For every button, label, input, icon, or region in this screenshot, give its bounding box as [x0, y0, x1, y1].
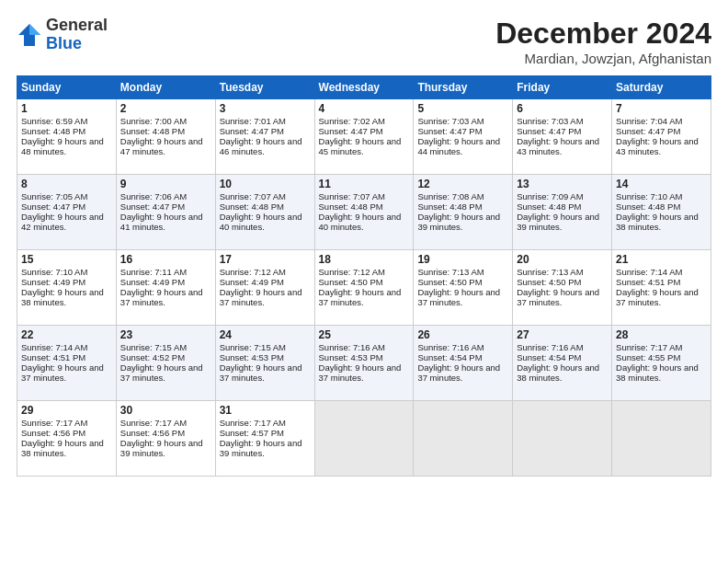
sunrise-text: Sunrise: 7:03 AM [417, 116, 483, 126]
daylight-text: Daylight: 9 hours and 37 minutes. [21, 362, 104, 383]
day-number: 30 [120, 404, 211, 417]
day-number: 20 [517, 253, 608, 266]
calendar-cell [414, 401, 513, 477]
sunset-text: Sunset: 4:56 PM [21, 428, 85, 438]
daylight-text: Daylight: 9 hours and 37 minutes. [220, 362, 302, 383]
calendar-week-2: 8Sunrise: 7:05 AMSunset: 4:47 PMDaylight… [17, 175, 711, 250]
daylight-text: Daylight: 9 hours and 39 minutes. [220, 438, 302, 458]
calendar-cell: 19Sunrise: 7:13 AMSunset: 4:50 PMDayligh… [414, 250, 513, 326]
calendar-cell [314, 401, 414, 477]
sunset-text: Sunset: 4:49 PM [21, 277, 85, 287]
calendar-week-4: 22Sunrise: 7:14 AMSunset: 4:51 PMDayligh… [17, 326, 711, 401]
sunrise-text: Sunrise: 7:04 AM [616, 116, 682, 126]
logo-icon [17, 22, 42, 48]
calendar-cell: 10Sunrise: 7:07 AMSunset: 4:48 PMDayligh… [215, 175, 314, 250]
daylight-text: Daylight: 9 hours and 37 minutes. [120, 287, 203, 307]
col-monday: Monday [116, 76, 215, 99]
sunset-text: Sunset: 4:56 PM [120, 428, 185, 438]
logo-general-text: General [46, 16, 108, 34]
svg-marker-1 [29, 24, 40, 35]
sunrise-text: Sunrise: 7:01 AM [220, 116, 286, 126]
calendar-cell: 24Sunrise: 7:15 AMSunset: 4:53 PMDayligh… [215, 326, 314, 401]
daylight-text: Daylight: 9 hours and 42 minutes. [21, 212, 104, 232]
sunset-text: Sunset: 4:48 PM [319, 201, 383, 212]
calendar-cell: 17Sunrise: 7:12 AMSunset: 4:49 PMDayligh… [215, 250, 314, 326]
daylight-text: Daylight: 9 hours and 38 minutes. [616, 212, 699, 232]
day-number: 4 [319, 102, 410, 115]
col-friday: Friday [513, 76, 612, 99]
sunrise-text: Sunrise: 7:13 AM [517, 267, 583, 277]
sunrise-text: Sunrise: 7:08 AM [417, 191, 483, 201]
day-number: 22 [21, 328, 112, 341]
day-number: 15 [21, 253, 112, 266]
calendar-week-1: 1Sunrise: 6:59 AMSunset: 4:48 PMDaylight… [17, 99, 711, 175]
day-number: 13 [517, 178, 608, 190]
title-block: December 2024 Mardian, Jowzjan, Afghanis… [495, 17, 711, 66]
sunset-text: Sunset: 4:51 PM [616, 277, 680, 287]
col-sunday: Sunday [17, 76, 117, 99]
sunset-text: Sunset: 4:47 PM [517, 126, 581, 136]
day-number: 23 [120, 328, 211, 341]
sunrise-text: Sunrise: 7:10 AM [21, 267, 87, 277]
sunset-text: Sunset: 4:52 PM [120, 352, 185, 362]
day-number: 21 [616, 253, 707, 266]
sunrise-text: Sunrise: 7:15 AM [220, 342, 286, 352]
day-number: 8 [21, 178, 112, 190]
calendar-cell: 31Sunrise: 7:17 AMSunset: 4:57 PMDayligh… [215, 401, 314, 477]
logo-text: General Blue [46, 17, 108, 53]
sunrise-text: Sunrise: 7:17 AM [220, 418, 286, 428]
sunrise-text: Sunrise: 7:05 AM [21, 191, 87, 201]
day-number: 9 [120, 178, 211, 190]
sunset-text: Sunset: 4:48 PM [21, 126, 85, 136]
calendar-table: Sunday Monday Tuesday Wednesday Thursday… [17, 75, 711, 477]
daylight-text: Daylight: 9 hours and 38 minutes. [21, 438, 104, 458]
calendar-cell: 26Sunrise: 7:16 AMSunset: 4:54 PMDayligh… [414, 326, 513, 401]
day-number: 18 [319, 253, 410, 266]
location: Mardian, Jowzjan, Afghanistan [495, 51, 711, 66]
calendar-cell: 1Sunrise: 6:59 AMSunset: 4:48 PMDaylight… [17, 99, 117, 175]
col-thursday: Thursday [414, 76, 513, 99]
calendar-cell: 6Sunrise: 7:03 AMSunset: 4:47 PMDaylight… [513, 99, 612, 175]
calendar-cell: 5Sunrise: 7:03 AMSunset: 4:47 PMDaylight… [414, 99, 513, 175]
sunset-text: Sunset: 4:48 PM [220, 201, 284, 212]
sunrise-text: Sunrise: 7:16 AM [319, 342, 385, 352]
daylight-text: Daylight: 9 hours and 40 minutes. [220, 212, 302, 232]
calendar-cell [513, 401, 612, 477]
sunrise-text: Sunrise: 7:16 AM [517, 342, 583, 352]
day-number: 24 [220, 328, 311, 341]
daylight-text: Daylight: 9 hours and 40 minutes. [319, 212, 402, 232]
sunrise-text: Sunrise: 7:14 AM [21, 342, 87, 352]
day-number: 12 [417, 178, 508, 190]
sunrise-text: Sunrise: 7:02 AM [319, 116, 385, 126]
daylight-text: Daylight: 9 hours and 43 minutes. [517, 136, 599, 156]
sunrise-text: Sunrise: 7:03 AM [517, 116, 583, 126]
daylight-text: Daylight: 9 hours and 37 minutes. [220, 287, 302, 307]
logo: General Blue [17, 17, 108, 53]
calendar-cell: 21Sunrise: 7:14 AMSunset: 4:51 PMDayligh… [612, 250, 711, 326]
day-number: 25 [319, 328, 410, 341]
day-number: 29 [21, 404, 112, 417]
day-number: 19 [417, 253, 508, 266]
daylight-text: Daylight: 9 hours and 45 minutes. [319, 136, 402, 156]
sunrise-text: Sunrise: 7:10 AM [616, 191, 682, 201]
daylight-text: Daylight: 9 hours and 37 minutes. [319, 287, 402, 307]
calendar-cell: 30Sunrise: 7:17 AMSunset: 4:56 PMDayligh… [116, 401, 215, 477]
sunrise-text: Sunrise: 7:12 AM [319, 267, 385, 277]
day-number: 26 [417, 328, 508, 341]
sunrise-text: Sunrise: 7:11 AM [120, 267, 187, 277]
day-number: 27 [517, 328, 608, 341]
calendar-cell: 15Sunrise: 7:10 AMSunset: 4:49 PMDayligh… [17, 250, 117, 326]
sunset-text: Sunset: 4:47 PM [120, 201, 185, 212]
sunset-text: Sunset: 4:47 PM [220, 126, 284, 136]
sunrise-text: Sunrise: 7:14 AM [616, 267, 682, 277]
col-saturday: Saturday [612, 76, 711, 99]
day-number: 17 [220, 253, 311, 266]
month-title: December 2024 [495, 17, 711, 51]
col-tuesday: Tuesday [215, 76, 314, 99]
calendar-cell: 16Sunrise: 7:11 AMSunset: 4:49 PMDayligh… [116, 250, 215, 326]
daylight-text: Daylight: 9 hours and 38 minutes. [21, 287, 104, 307]
day-number: 11 [319, 178, 410, 190]
sunset-text: Sunset: 4:48 PM [517, 201, 581, 212]
sunrise-text: Sunrise: 7:15 AM [120, 342, 187, 352]
calendar-cell: 11Sunrise: 7:07 AMSunset: 4:48 PMDayligh… [314, 175, 414, 250]
